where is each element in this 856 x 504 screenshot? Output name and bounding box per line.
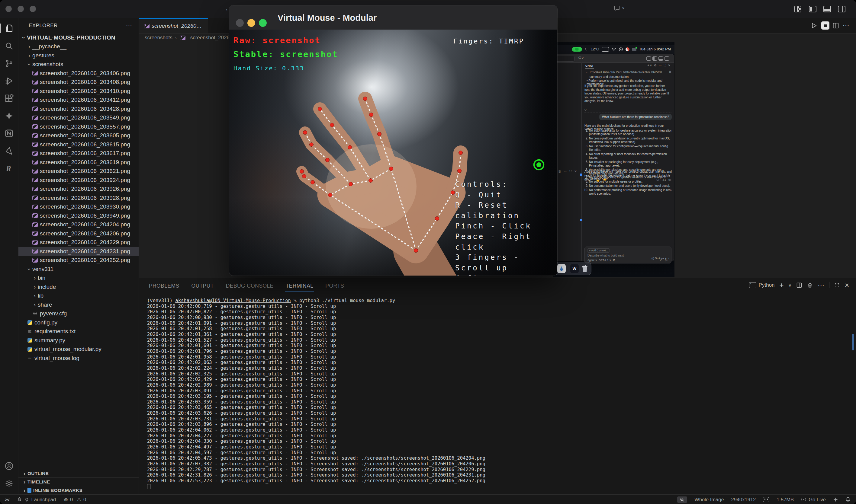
image-zoom-mode[interactable]: Whole Image [694,497,724,503]
tree-file-screenshot_20260106_203410.png[interactable]: screenshot_20260106_203410.png [18,87,139,96]
launchpad-item[interactable]: Launchpad [17,497,56,503]
copilot-chat-icon[interactable]: ∨ [613,4,625,12]
sparkle-status-icon[interactable] [833,497,838,502]
settings-gear-icon[interactable] [2,477,16,490]
new-terminal-icon[interactable]: + [780,281,784,289]
chat-header-icons[interactable]: +∨ ⚙ ⋯ ⛶ ✕ [647,64,671,67]
tree-file-summary.py[interactable]: summary.py [18,336,139,345]
tree-file-screenshot_20260106_203549.png[interactable]: screenshot_20260106_203549.png [18,113,139,123]
tree-file-screenshot_20260106_203930.png[interactable]: screenshot_20260106_203930.png [18,202,139,212]
split-editor-icon[interactable] [832,21,840,30]
vm-minimize-light[interactable] [247,19,255,27]
toggle-secondary-sidebar-icon[interactable] [838,5,846,13]
minimize-traffic-light[interactable] [18,6,24,12]
tree-file-requirements.txt[interactable]: requirements.txt [18,327,139,336]
chat-tab[interactable]: CHAT [586,64,594,69]
toggle-primary-sidebar-icon[interactable] [808,5,817,13]
search-icon[interactable] [2,39,16,53]
chat-action-icons[interactable]: ⟳ ↩ 👍 👎 [584,178,608,182]
explorer-icon[interactable] [2,22,16,35]
tree-file-pyvenv.cfg[interactable]: pyvenv.cfg [18,309,139,318]
tree-folder-share[interactable]: ›share [18,300,139,309]
panel-tab-debug-console[interactable]: DEBUG CONSOLE [225,281,274,291]
kill-terminal-icon[interactable] [807,282,813,288]
tree-file-screenshot_20260106_203412.png[interactable]: screenshot_20260106_203412.png [18,96,139,105]
tree-file-screenshot_20260106_203924.png[interactable]: screenshot_20260106_203924.png [18,176,139,185]
remote-indicator[interactable]: >< [4,497,10,502]
tree-file-config.py[interactable]: config.py [18,318,139,327]
go-live-item[interactable]: Go Live [801,497,826,503]
tree-file-screenshot_20260106_203621.png[interactable]: screenshot_20260106_203621.png [18,167,139,176]
tree-file-screenshot_20260106_203557.png[interactable]: screenshot_20260106_203557.png [18,122,139,131]
panel-tab-output[interactable]: OUTPUT [191,281,214,291]
tree-file-screenshot_20260106_204206.png[interactable]: screenshot_20260106_204206.png [18,229,139,238]
outline-section[interactable]: ›OUTLINE [18,469,139,478]
run-python-file-icon[interactable] [810,21,818,30]
customize-layout-icon[interactable] [794,5,802,13]
add-context-chip[interactable]: ⌁ Add Context... [587,248,610,253]
close-panel-icon[interactable]: ✕ [844,282,849,289]
tab-screenshot-image[interactable]: screenshot_20260106_204231.png [139,18,208,33]
editor-more-actions-icon[interactable]: ⋯ [842,21,850,30]
r-extension-icon[interactable]: R [2,162,16,175]
tree-file-screenshot_20260106_203605.png[interactable]: screenshot_20260106_203605.png [18,131,139,140]
tree-file-screenshot_20260106_204204.png[interactable]: screenshot_20260106_204204.png [18,220,139,229]
tree-folder-venv311[interactable]: ›venv311 [18,265,139,274]
timeline-section[interactable]: ›TIMELINE [18,478,139,486]
chat-report-title[interactable]: ←PROJECT BUG AND PERFORMANCE ANALYSIS RE… [586,70,662,73]
bell-icon[interactable] [845,497,851,502]
tree-folder-__pycache__[interactable]: ›__pycache__ [18,42,139,51]
terminal-dropdown-icon[interactable]: ∨ [789,283,792,288]
tree-file-screenshot_20260106_204229.png[interactable]: screenshot_20260106_204229.png [18,238,139,247]
run-debug-icon[interactable] [2,74,16,88]
copilot-status-icon[interactable] [763,497,769,502]
account-icon[interactable] [2,459,16,473]
inner-chat-icon: 🗨∨ [578,56,584,60]
tree-file-screenshot_20260106_203619.png[interactable]: screenshot_20260106_203619.png [18,158,139,167]
tree-folder-bin[interactable]: ›bin [18,274,139,283]
inline-bookmarks-section[interactable]: ›INLINE BOOKMARKS [18,486,139,494]
tree-folder-VIRTUAL-MOUSE-PRODUCTION[interactable]: ›VIRTUAL-MOUSE-PRODUCTION [18,33,139,42]
maximize-traffic-light[interactable] [30,6,36,12]
tree-folder-lib[interactable]: ›lib [18,291,139,301]
tree-file-screenshot_20260106_203406.png[interactable]: screenshot_20260106_203406.png [18,69,139,78]
panel-more-icon[interactable]: ⋯ [818,281,824,289]
terminal-shell-item[interactable]: Python [749,282,775,288]
copilot-sparkle-icon[interactable] [2,109,16,123]
tree-folder-screenshots[interactable]: ›screenshots [18,60,139,69]
tree-file-virtual_mouse.log[interactable]: virtual_mouse.log [18,354,139,363]
source-control-icon[interactable] [2,57,16,70]
terminal-scrollbar[interactable] [852,334,854,350]
toggle-panel-icon[interactable] [823,5,831,13]
split-terminal-icon[interactable] [796,282,802,288]
open-preview-icon[interactable] [821,21,829,30]
close-traffic-light[interactable] [5,6,12,12]
tree-file-screenshot_20260106_203615.png[interactable]: screenshot_20260106_203615.png [18,140,139,149]
tree-file-screenshot_20260106_203928.png[interactable]: screenshot_20260106_203928.png [18,194,139,202]
extensions-icon[interactable] [2,92,16,105]
terminal-output[interactable]: (venv311) akshayshukla@ION Virtual-Mouse… [147,298,485,489]
tree-file-screenshot_20260106_204231.png[interactable]: screenshot_20260106_204231.png [18,247,139,256]
image-zoom-icon[interactable] [677,497,687,503]
explorer-actions-icon[interactable]: ⋯ [126,22,132,29]
maximize-panel-icon[interactable] [834,283,840,288]
vm-zoom-light[interactable] [259,19,267,27]
panel-tab-ports[interactable]: PORTS [325,281,345,291]
tree-file-screenshot_20260106_203617.png[interactable]: screenshot_20260106_203617.png [18,149,139,158]
problems-item[interactable]: ⊗0 ⚠0 [64,497,86,503]
tree-file-virtual_mouse_modular.py[interactable]: virtual_mouse_modular.py [18,345,139,354]
panel-tab-terminal[interactable]: TERMINAL [285,281,314,291]
tree-folder-gestures[interactable]: ›gestures [18,51,139,60]
tree-file-screenshot_20260106_204252.png[interactable]: screenshot_20260106_204252.png [18,256,139,265]
triangle-extension-icon[interactable] [2,144,16,158]
tree-file-screenshot_20260106_203949.png[interactable]: screenshot_20260106_203949.png [18,211,139,220]
vm-close-light[interactable] [236,19,244,27]
virtual-mouse-window[interactable]: Virtual Mouse - Modular Raw: screenshot … [229,5,557,275]
tree-file-screenshot_20260106_203408.png[interactable]: screenshot_20260106_203408.png [18,78,139,87]
tree-folder-include[interactable]: ›include [18,283,139,291]
tree-file-screenshot_20260106_203428.png[interactable]: screenshot_20260106_203428.png [18,104,139,113]
chat-input[interactable]: ⌁ Add Context... Describe what to build … [584,247,671,264]
notebook-extension-icon[interactable] [2,127,16,140]
tree-file-screenshot_20260106_203926.png[interactable]: screenshot_20260106_203926.png [18,185,139,194]
panel-tab-problems[interactable]: PROBLEMS [148,281,180,291]
